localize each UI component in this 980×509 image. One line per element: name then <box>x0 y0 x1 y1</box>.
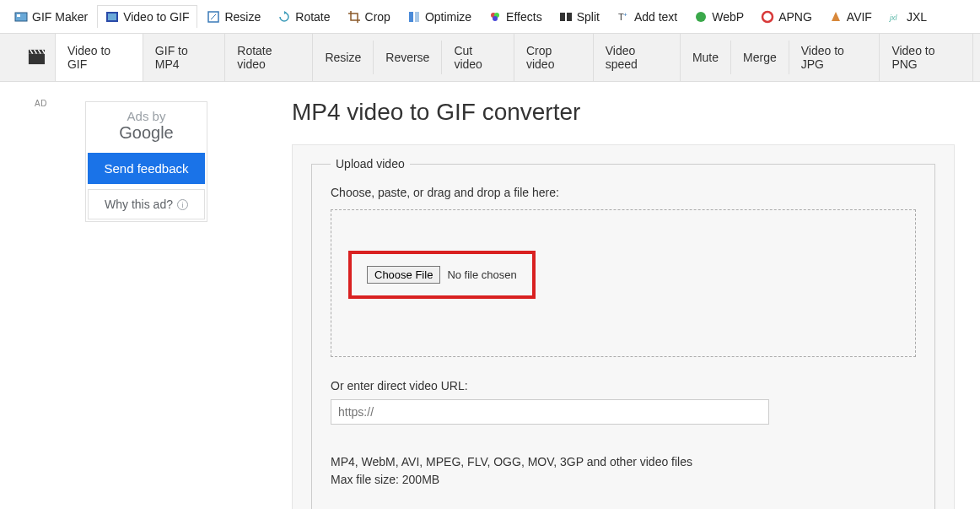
ad-box: Ads by Google Send feedback Why this ad?… <box>85 101 207 222</box>
url-input[interactable] <box>331 399 769 425</box>
crop-icon <box>347 10 361 24</box>
nav-label: Video to GIF <box>123 10 189 24</box>
video-to-gif-icon <box>105 10 119 24</box>
tab-merge[interactable]: Merge <box>731 41 789 74</box>
tab-rotate-video[interactable]: Rotate video <box>225 34 313 81</box>
nav-label: Crop <box>365 10 390 24</box>
tab-video-to-png[interactable]: Video to PNG <box>880 34 973 81</box>
jxl-icon: jxl <box>889 10 902 24</box>
svg-rect-5 <box>409 12 413 22</box>
nav-avif[interactable]: AVIF <box>821 6 880 28</box>
nav-apng[interactable]: APNG <box>753 6 820 28</box>
send-feedback-button[interactable]: Send feedback <box>88 153 205 184</box>
choose-file-button[interactable]: Choose File <box>367 266 440 284</box>
nav-label: AVIF <box>847 10 872 24</box>
svg-point-14 <box>696 12 706 22</box>
add-text-icon: T+ <box>617 10 630 24</box>
svg-rect-11 <box>567 13 572 21</box>
nav-jxl[interactable]: jxlJXL <box>881 6 934 28</box>
tab-video-to-gif[interactable]: Video to GIF <box>55 34 143 81</box>
nav-label: Add text <box>634 10 677 24</box>
or-url-label: Or enter direct video URL: <box>331 379 916 393</box>
nav-webp[interactable]: WebP <box>687 6 751 28</box>
drop-zone[interactable]: Choose File No file chosen <box>331 209 916 357</box>
ad-badge: AD <box>35 99 157 108</box>
nav-label: GIF Maker <box>32 10 88 24</box>
nav-label: WebP <box>712 10 744 24</box>
tab-video-speed[interactable]: Video speed <box>594 34 681 81</box>
webp-icon <box>694 10 708 24</box>
sidebar: AD Ads by Google Send feedback Why this … <box>0 82 207 509</box>
nav-effects[interactable]: Effects <box>481 6 550 28</box>
sub-nav: Video to GIF GIF to MP4 Rotate video Res… <box>0 33 980 82</box>
svg-text:+: + <box>623 11 627 19</box>
rotate-icon <box>277 10 291 24</box>
gif-maker-icon <box>14 10 28 24</box>
svg-point-9 <box>493 16 498 21</box>
fieldset-legend: Upload video <box>331 157 410 171</box>
nav-label: Resize <box>224 10 261 24</box>
upload-fieldset: Upload video Choose, paste, or drag and … <box>311 157 935 509</box>
nav-add-text[interactable]: T+Add text <box>609 6 685 28</box>
top-nav: GIF Maker Video to GIF Resize Rotate Cro… <box>0 0 980 33</box>
content: MP4 video to GIF converter Upload video … <box>207 82 980 509</box>
nav-rotate[interactable]: Rotate <box>270 6 337 28</box>
nav-crop[interactable]: Crop <box>340 6 398 28</box>
nav-split[interactable]: Split <box>552 6 607 28</box>
tab-crop-video[interactable]: Crop video <box>514 34 594 81</box>
svg-rect-10 <box>560 13 565 21</box>
nav-resize[interactable]: Resize <box>199 6 268 28</box>
nav-label: Split <box>577 10 600 24</box>
nav-video-to-gif[interactable]: Video to GIF <box>97 5 197 28</box>
why-this-ad-button[interactable]: Why this ad? i <box>88 189 205 219</box>
effects-icon <box>488 10 502 24</box>
nav-gif-maker[interactable]: GIF Maker <box>7 6 95 28</box>
nav-label: Effects <box>506 10 542 24</box>
svg-rect-1 <box>17 14 20 17</box>
page-title: MP4 video to GIF converter <box>292 99 955 126</box>
resize-icon <box>207 10 220 24</box>
svg-point-15 <box>762 12 773 22</box>
upload-panel: Upload video Choose, paste, or drag and … <box>292 144 955 509</box>
maxsize-line: Max file size: 200MB <box>331 471 916 489</box>
optimize-icon <box>407 10 421 24</box>
tab-cut-video[interactable]: Cut video <box>442 34 514 81</box>
file-input-highlight: Choose File No file chosen <box>348 251 536 299</box>
svg-rect-3 <box>108 14 116 20</box>
why-label: Why this ad? <box>105 198 173 211</box>
nav-optimize[interactable]: Optimize <box>400 6 479 28</box>
instruction-text: Choose, paste, or drag and drop a file h… <box>331 186 916 199</box>
main-area: AD Ads by Google Send feedback Why this … <box>0 82 980 509</box>
tab-resize[interactable]: Resize <box>313 41 374 74</box>
svg-text:jxl: jxl <box>889 14 897 22</box>
nav-label: APNG <box>778 10 812 24</box>
info-icon: i <box>177 199 188 210</box>
formats-line: MP4, WebM, AVI, MPEG, FLV, OGG, MOV, 3GP… <box>331 453 916 471</box>
avif-icon <box>829 10 843 24</box>
tab-reverse[interactable]: Reverse <box>374 41 442 74</box>
nav-label: JXL <box>907 10 927 24</box>
tab-mute[interactable]: Mute <box>681 41 731 74</box>
apng-icon <box>761 10 774 24</box>
google-logo: Google <box>86 123 207 151</box>
nav-label: Rotate <box>295 10 330 24</box>
no-file-label: No file chosen <box>447 268 516 281</box>
tab-video-to-jpg[interactable]: Video to JPG <box>789 34 880 81</box>
split-icon <box>559 10 573 24</box>
tab-gif-to-mp4[interactable]: GIF to MP4 <box>143 34 225 81</box>
clapperboard-icon <box>27 47 46 68</box>
svg-rect-6 <box>415 12 419 22</box>
nav-label: Optimize <box>425 10 471 24</box>
svg-rect-17 <box>29 54 45 64</box>
supported-formats: MP4, WebM, AVI, MPEG, FLV, OGG, MOV, 3GP… <box>331 453 916 489</box>
